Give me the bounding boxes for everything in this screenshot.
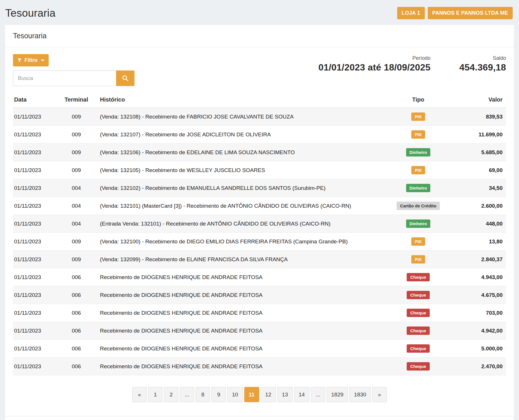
topbar-buttons: LOJA 1 PANNOS E PANNOS LTDA ME (397, 7, 513, 19)
cell-valor: 4.675,00 (451, 286, 506, 304)
table-row[interactable]: 01/11/2023 006 Recebimento de DIOGENES H… (13, 268, 506, 286)
pagination-item[interactable]: « (132, 387, 147, 402)
card-title: Tesouraria (13, 32, 506, 40)
cell-data: 01/11/2023 (13, 215, 56, 233)
cell-terminal: 004 (56, 179, 96, 197)
cell-valor: 11.699,00 (451, 126, 506, 144)
cell-terminal: 009 (56, 108, 96, 126)
pagination: « 1 2 ... 8 9 10 11 12 13 14 ... 1829 18… (13, 387, 506, 402)
tipo-badge: PIX (411, 255, 425, 264)
tipo-badge: PIX (411, 166, 425, 174)
tipo-badge: Cheque (407, 327, 429, 335)
search-input[interactable] (13, 70, 116, 86)
cell-historico: (Venda: 132102) - Recebimento de EMANUEL… (96, 179, 385, 197)
pagination-item[interactable]: 1829 (327, 387, 348, 402)
company-button[interactable]: PANNOS E PANNOS LTDA ME (428, 7, 513, 19)
table-row[interactable]: 01/11/2023 006 Recebimento de DIOGENES H… (13, 286, 506, 304)
cell-historico: Recebimento de DIOGENES HENRIQUE DE ANDR… (96, 322, 385, 340)
cell-data: 01/11/2023 (13, 322, 56, 340)
filter-button[interactable]: Filtro (13, 54, 49, 66)
toolbar-right: Período 01/01/2023 até 18/09/2025 Saldo … (319, 54, 506, 73)
pagination-item[interactable]: 10 (227, 387, 243, 402)
table-row[interactable]: 01/11/2023 006 Recebimento de DIOGENES H… (13, 304, 506, 322)
cell-terminal: 004 (56, 215, 96, 233)
tipo-badge: PIX (411, 112, 425, 121)
tipo-badge: Dinheiro (406, 219, 431, 228)
cell-historico: Recebimento de DIOGENES HENRIQUE DE ANDR… (96, 304, 385, 322)
pagination-item[interactable]: 8 (196, 387, 210, 402)
table-row[interactable]: 01/11/2023 009 (Venda: 132108) - Recebim… (13, 108, 506, 126)
cell-historico: (Entrada Venda: 132101) - Recebimento de… (96, 215, 385, 233)
cell-valor: 448,00 (451, 215, 506, 233)
cell-terminal: 009 (56, 251, 96, 268)
cell-terminal: 006 (56, 322, 96, 340)
tipo-badge: Cartão de Crédito (397, 202, 440, 210)
table-row[interactable]: 01/11/2023 004 (Venda: 132101) (MasterCa… (13, 197, 506, 215)
table-row[interactable]: 01/11/2023 006 Recebimento de DIOGENES H… (13, 358, 506, 375)
cell-terminal: 006 (56, 340, 96, 358)
table-row[interactable]: 01/11/2023 009 (Venda: 132107) - Recebim… (13, 126, 506, 144)
card-footer: Total - 27.441 encontrado(s) (5, 416, 514, 420)
cell-valor: 2.600,00 (451, 197, 506, 215)
table-row[interactable]: 01/11/2023 009 (Venda: 132100) - Recebim… (13, 233, 506, 251)
card-header: Tesouraria (5, 25, 514, 47)
cell-valor: 4.943,00 (451, 268, 506, 286)
cell-valor: 2.840,37 (451, 251, 506, 268)
table-row[interactable]: 01/11/2023 004 (Venda: 132102) - Recebim… (13, 179, 506, 197)
col-header-valor: Valor (451, 93, 506, 108)
cell-data: 01/11/2023 (13, 358, 56, 375)
cell-historico: Recebimento de DIOGENES HENRIQUE DE ANDR… (96, 340, 385, 358)
cell-historico: (Venda: 132100) - Recebimento de DIEGO E… (96, 233, 385, 251)
cell-terminal: 009 (56, 144, 96, 161)
saldo-label: Saldo (459, 55, 506, 61)
page: Tesouraria LOJA 1 PANNOS E PANNOS LTDA M… (0, 0, 519, 420)
cell-data: 01/11/2023 (13, 233, 56, 251)
col-header-tipo: Tipo (385, 93, 451, 108)
cell-data: 01/11/2023 (13, 108, 56, 126)
cell-historico: (Venda: 132099) - Recebimento de ELAINE … (96, 251, 385, 268)
cell-historico: Recebimento de DIOGENES HENRIQUE DE ANDR… (96, 268, 385, 286)
store-button[interactable]: LOJA 1 (397, 7, 425, 19)
cell-data: 01/11/2023 (13, 286, 56, 304)
period-stat: Período 01/01/2023 até 18/09/2025 (319, 55, 431, 73)
cell-terminal: 006 (56, 304, 96, 322)
cell-data: 01/11/2023 (13, 197, 56, 215)
cell-data: 01/11/2023 (13, 304, 56, 322)
period-label: Período (319, 55, 431, 61)
funnel-icon (17, 58, 22, 63)
tipo-badge: PIX (411, 237, 425, 246)
search-icon (122, 75, 129, 82)
cell-terminal: 009 (56, 233, 96, 251)
cell-terminal: 009 (56, 126, 96, 144)
table-row[interactable]: 01/11/2023 009 (Venda: 132099) - Recebim… (13, 251, 506, 268)
pagination-item[interactable]: 13 (277, 387, 293, 402)
table-head: Data Terminal Histórico Tipo Valor (13, 93, 506, 108)
search-button[interactable] (116, 70, 135, 86)
table-row[interactable]: 01/11/2023 009 (Venda: 132106) - Recebim… (13, 144, 506, 161)
cell-historico: (Venda: 132107) - Recebimento de JOSE AD… (96, 126, 385, 144)
tipo-badge: Cheque (407, 344, 429, 353)
cell-data: 01/11/2023 (13, 144, 56, 161)
card-body: Filtro Período (5, 47, 514, 402)
pagination-item[interactable]: 9 (211, 387, 226, 402)
pagination-item[interactable]: 12 (261, 387, 276, 402)
pagination-item[interactable]: 1 (148, 387, 162, 402)
tipo-badge: PIX (411, 130, 425, 139)
table-row[interactable]: 01/11/2023 006 Recebimento de DIOGENES H… (13, 340, 506, 358)
tesouraria-card: Tesouraria Filtro (5, 24, 514, 420)
pagination-item[interactable]: » (372, 387, 387, 402)
toolbar: Filtro Período (13, 54, 506, 86)
table-row[interactable]: 01/11/2023 004 (Entrada Venda: 132101) -… (13, 215, 506, 233)
table-row[interactable]: 01/11/2023 006 Recebimento de DIOGENES H… (13, 322, 506, 340)
pagination-item[interactable]: 11 (244, 387, 259, 402)
table-header-row: Data Terminal Histórico Tipo Valor (13, 93, 506, 108)
table-row[interactable]: 01/11/2023 009 (Venda: 132105) - Recebim… (13, 161, 506, 179)
pagination-item[interactable]: 1830 (349, 387, 371, 402)
pagination-item[interactable]: 14 (294, 387, 309, 402)
pagination-item[interactable]: 2 (164, 387, 178, 402)
pagination-item[interactable]: ... (311, 387, 325, 402)
top-header: Tesouraria LOJA 1 PANNOS E PANNOS LTDA M… (5, 3, 514, 24)
pagination-item[interactable]: ... (180, 387, 194, 402)
col-header-historico: Histórico (96, 93, 385, 108)
cell-terminal: 009 (56, 161, 96, 179)
